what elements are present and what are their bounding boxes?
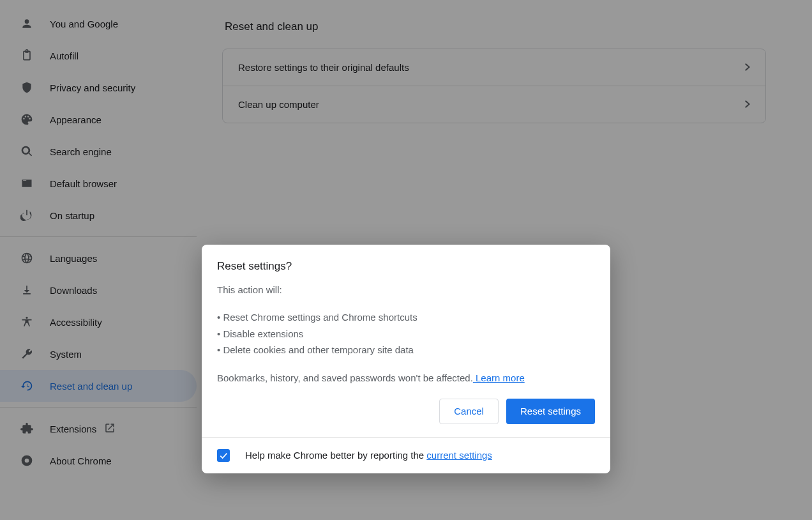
cancel-button[interactable]: Cancel <box>439 399 499 424</box>
dialog-bullet: • Reset Chrome settings and Chrome short… <box>217 309 595 326</box>
dialog-bullet: • Disable extensions <box>217 326 595 342</box>
dialog-bullets: • Reset Chrome settings and Chrome short… <box>217 309 595 358</box>
dialog-note: Bookmarks, history, and saved passwords … <box>217 372 595 383</box>
report-settings-checkbox[interactable] <box>217 449 230 462</box>
dialog-footer-text: Help make Chrome better by reporting the… <box>245 450 492 461</box>
reset-settings-button[interactable]: Reset settings <box>506 399 595 424</box>
dialog-title: Reset settings? <box>217 260 595 273</box>
dialog-bullet: • Delete cookies and other temporary sit… <box>217 342 595 358</box>
dialog-intro: This action will: <box>217 284 595 295</box>
learn-more-link[interactable]: Learn more <box>473 372 525 383</box>
reset-settings-dialog: Reset settings? This action will: • Rese… <box>202 245 610 473</box>
current-settings-link[interactable]: current settings <box>426 450 492 461</box>
dialog-footer: Help make Chrome better by reporting the… <box>202 437 610 473</box>
